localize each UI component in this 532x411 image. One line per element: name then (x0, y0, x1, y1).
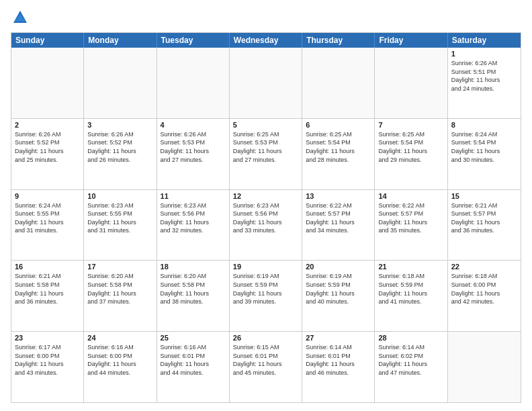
table-row: 7Sunrise: 6:25 AM Sunset: 5:54 PM Daylig… (375, 119, 447, 189)
table-row: 26Sunrise: 6:15 AM Sunset: 6:01 PM Dayli… (230, 332, 302, 402)
table-row (11, 48, 84, 118)
table-row: 3Sunrise: 6:26 AM Sunset: 5:52 PM Daylig… (84, 119, 157, 189)
table-row: 28Sunrise: 6:14 AM Sunset: 6:02 PM Dayli… (375, 332, 447, 402)
day-number: 8 (451, 121, 517, 129)
day-number: 9 (15, 192, 80, 200)
day-number: 18 (161, 263, 226, 271)
cell-info: Sunrise: 6:18 AM Sunset: 5:59 PM Dayligh… (378, 272, 443, 306)
header (11, 8, 521, 27)
table-row: 27Sunrise: 6:14 AM Sunset: 6:01 PM Dayli… (302, 332, 375, 402)
day-number: 14 (378, 192, 443, 200)
table-row (375, 48, 447, 118)
cell-info: Sunrise: 6:24 AM Sunset: 5:54 PM Dayligh… (451, 130, 517, 164)
cell-info: Sunrise: 6:25 AM Sunset: 5:54 PM Dayligh… (378, 130, 443, 164)
header-day: Saturday (448, 33, 521, 48)
day-number: 15 (451, 192, 517, 200)
cell-info: Sunrise: 6:18 AM Sunset: 6:00 PM Dayligh… (451, 272, 517, 306)
day-number: 21 (378, 263, 443, 271)
cell-info: Sunrise: 6:26 AM Sunset: 5:52 PM Dayligh… (87, 130, 152, 164)
cell-info: Sunrise: 6:19 AM Sunset: 5:59 PM Dayligh… (233, 272, 298, 306)
table-row: 13Sunrise: 6:22 AM Sunset: 5:57 PM Dayli… (302, 190, 375, 261)
day-number: 25 (161, 334, 226, 342)
table-row: 18Sunrise: 6:20 AM Sunset: 5:58 PM Dayli… (157, 261, 230, 331)
cell-info: Sunrise: 6:26 AM Sunset: 5:52 PM Dayligh… (15, 130, 80, 164)
cell-info: Sunrise: 6:14 AM Sunset: 6:02 PM Dayligh… (378, 343, 443, 377)
day-number: 10 (87, 192, 152, 200)
header-day: Tuesday (157, 33, 230, 48)
cell-info: Sunrise: 6:26 AM Sunset: 5:53 PM Dayligh… (161, 130, 226, 164)
day-number: 4 (161, 121, 226, 129)
table-row: 5Sunrise: 6:25 AM Sunset: 5:53 PM Daylig… (230, 119, 302, 189)
day-number: 7 (378, 121, 443, 129)
cell-info: Sunrise: 6:23 AM Sunset: 5:56 PM Dayligh… (161, 201, 226, 235)
day-number: 20 (306, 263, 371, 271)
cell-info: Sunrise: 6:21 AM Sunset: 5:57 PM Dayligh… (451, 201, 517, 235)
cell-info: Sunrise: 6:16 AM Sunset: 6:00 PM Dayligh… (87, 343, 152, 377)
cell-info: Sunrise: 6:26 AM Sunset: 5:51 PM Dayligh… (451, 59, 517, 93)
table-row (302, 48, 375, 118)
page: SundayMondayTuesdayWednesdayThursdayFrid… (0, 0, 532, 411)
day-number: 13 (306, 192, 371, 200)
cell-info: Sunrise: 6:20 AM Sunset: 5:58 PM Dayligh… (87, 272, 152, 306)
calendar-row: 16Sunrise: 6:21 AM Sunset: 5:58 PM Dayli… (11, 261, 521, 332)
table-row: 19Sunrise: 6:19 AM Sunset: 5:59 PM Dayli… (230, 261, 302, 331)
header-day: Wednesday (230, 33, 302, 48)
logo (11, 8, 32, 27)
table-row: 24Sunrise: 6:16 AM Sunset: 6:00 PM Dayli… (84, 332, 157, 402)
day-number: 27 (306, 334, 371, 342)
calendar-row: 23Sunrise: 6:17 AM Sunset: 6:00 PM Dayli… (11, 332, 521, 402)
calendar-body: 1Sunrise: 6:26 AM Sunset: 5:51 PM Daylig… (11, 48, 521, 402)
cell-info: Sunrise: 6:22 AM Sunset: 5:57 PM Dayligh… (306, 201, 371, 235)
cell-info: Sunrise: 6:20 AM Sunset: 5:58 PM Dayligh… (161, 272, 226, 306)
header-day: Sunday (11, 33, 84, 48)
cell-info: Sunrise: 6:19 AM Sunset: 5:59 PM Dayligh… (306, 272, 371, 306)
table-row: 17Sunrise: 6:20 AM Sunset: 5:58 PM Dayli… (84, 261, 157, 331)
cell-info: Sunrise: 6:14 AM Sunset: 6:01 PM Dayligh… (306, 343, 371, 377)
table-row (84, 48, 157, 118)
cell-info: Sunrise: 6:23 AM Sunset: 5:56 PM Dayligh… (233, 201, 298, 235)
calendar: SundayMondayTuesdayWednesdayThursdayFrid… (11, 32, 521, 403)
table-row: 16Sunrise: 6:21 AM Sunset: 5:58 PM Dayli… (11, 261, 84, 331)
day-number: 12 (233, 192, 298, 200)
day-number: 1 (451, 50, 517, 58)
day-number: 5 (233, 121, 298, 129)
table-row: 22Sunrise: 6:18 AM Sunset: 6:00 PM Dayli… (448, 261, 521, 331)
day-number: 2 (15, 121, 80, 129)
cell-info: Sunrise: 6:21 AM Sunset: 5:58 PM Dayligh… (15, 272, 80, 306)
day-number: 28 (378, 334, 443, 342)
table-row: 2Sunrise: 6:26 AM Sunset: 5:52 PM Daylig… (11, 119, 84, 189)
table-row (230, 48, 302, 118)
table-row: 11Sunrise: 6:23 AM Sunset: 5:56 PM Dayli… (157, 190, 230, 261)
cell-info: Sunrise: 6:23 AM Sunset: 5:55 PM Dayligh… (87, 201, 152, 235)
calendar-row: 9Sunrise: 6:24 AM Sunset: 5:55 PM Daylig… (11, 190, 521, 261)
table-row: 14Sunrise: 6:22 AM Sunset: 5:57 PM Dayli… (375, 190, 447, 261)
day-number: 16 (15, 263, 80, 271)
svg-marker-1 (15, 13, 26, 21)
cell-info: Sunrise: 6:24 AM Sunset: 5:55 PM Dayligh… (15, 201, 80, 235)
table-row: 20Sunrise: 6:19 AM Sunset: 5:59 PM Dayli… (302, 261, 375, 331)
table-row: 10Sunrise: 6:23 AM Sunset: 5:55 PM Dayli… (84, 190, 157, 261)
day-number: 23 (15, 334, 80, 342)
logo-icon (11, 8, 30, 27)
cell-info: Sunrise: 6:25 AM Sunset: 5:54 PM Dayligh… (306, 130, 371, 164)
table-row: 9Sunrise: 6:24 AM Sunset: 5:55 PM Daylig… (11, 190, 84, 261)
table-row: 21Sunrise: 6:18 AM Sunset: 5:59 PM Dayli… (375, 261, 447, 331)
table-row (157, 48, 230, 118)
day-number: 24 (87, 334, 152, 342)
day-number: 22 (451, 263, 517, 271)
day-number: 19 (233, 263, 298, 271)
table-row: 25Sunrise: 6:16 AM Sunset: 6:01 PM Dayli… (157, 332, 230, 402)
table-row: 8Sunrise: 6:24 AM Sunset: 5:54 PM Daylig… (448, 119, 521, 189)
cell-info: Sunrise: 6:25 AM Sunset: 5:53 PM Dayligh… (233, 130, 298, 164)
day-number: 11 (161, 192, 226, 200)
day-number: 3 (87, 121, 152, 129)
day-number: 6 (306, 121, 371, 129)
table-row: 15Sunrise: 6:21 AM Sunset: 5:57 PM Dayli… (448, 190, 521, 261)
cell-info: Sunrise: 6:16 AM Sunset: 6:01 PM Dayligh… (161, 343, 226, 377)
calendar-row: 1Sunrise: 6:26 AM Sunset: 5:51 PM Daylig… (11, 48, 521, 119)
day-number: 26 (233, 334, 298, 342)
table-row: 1Sunrise: 6:26 AM Sunset: 5:51 PM Daylig… (448, 48, 521, 118)
calendar-row: 2Sunrise: 6:26 AM Sunset: 5:52 PM Daylig… (11, 119, 521, 190)
table-row: 23Sunrise: 6:17 AM Sunset: 6:00 PM Dayli… (11, 332, 84, 402)
day-number: 17 (87, 263, 152, 271)
